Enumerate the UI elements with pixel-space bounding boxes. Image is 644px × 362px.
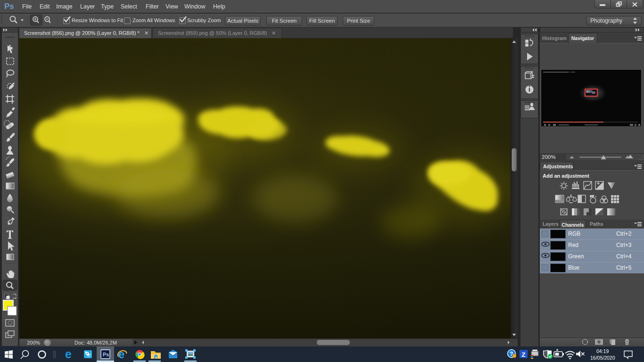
- svg-text:e: e: [65, 347, 72, 361]
- svg-text:Ps: Ps: [103, 352, 109, 357]
- svg-text:04:19: 04:19: [596, 348, 609, 354]
- svg-text:e: e: [118, 348, 124, 361]
- svg-text:16/05/2020: 16/05/2020: [590, 355, 615, 361]
- svg-text:Z: Z: [522, 351, 526, 358]
